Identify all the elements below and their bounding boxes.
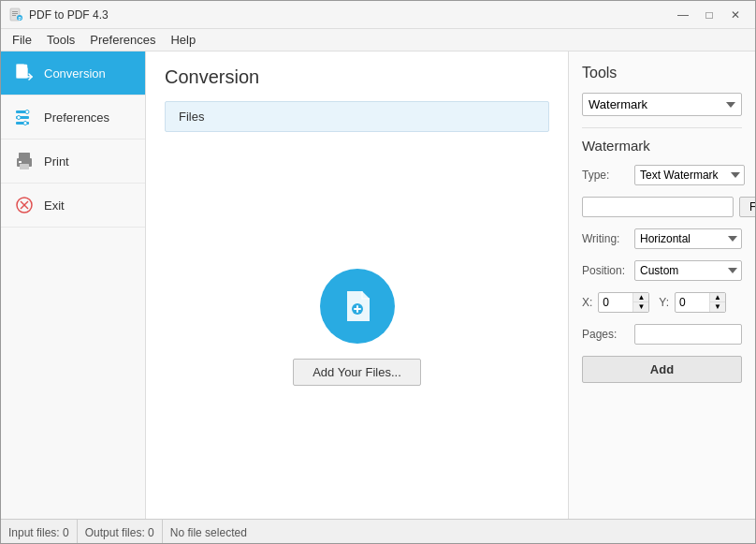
page-title: Conversion: [165, 66, 549, 88]
watermark-section-title: Watermark: [582, 127, 742, 154]
window-controls: — □ ✕: [671, 5, 748, 25]
y-label: Y:: [659, 296, 669, 309]
writing-dropdown[interactable]: Horizontal Vertical: [634, 228, 742, 249]
tools-panel: Tools Watermark Watermark Type: Text Wat…: [568, 51, 755, 519]
print-icon: [14, 151, 35, 171]
menu-tools[interactable]: Tools: [39, 31, 82, 49]
drop-zone[interactable]: Add Your Files...: [165, 151, 549, 504]
position-dropdown[interactable]: Custom Center Top Left Top Right Bottom …: [634, 260, 742, 281]
x-spin-down[interactable]: ▼: [633, 302, 648, 312]
input-files-status: Input files: 0: [8, 520, 78, 544]
y-spin-up[interactable]: ▲: [710, 293, 725, 302]
tools-dropdown[interactable]: Watermark: [582, 93, 742, 116]
prefs-icon: [14, 107, 35, 127]
y-input[interactable]: [676, 294, 709, 311]
pages-row: Pages:: [582, 324, 742, 345]
text-font-row: Font: [582, 197, 742, 217]
y-spin-down[interactable]: ▼: [710, 302, 725, 312]
sidebar: Conversion Preferences: [1, 51, 146, 519]
x-arrows: ▲ ▼: [632, 293, 648, 312]
no-file-status: No file selected: [163, 520, 254, 544]
minimize-button[interactable]: —: [671, 5, 695, 25]
svg-point-10: [25, 110, 29, 114]
close-button[interactable]: ✕: [723, 5, 748, 25]
title-bar: P PDF to PDF 4.3 — □ ✕: [1, 1, 755, 29]
menu-bar: File Tools Preferences Help: [1, 29, 755, 51]
font-button[interactable]: Font: [739, 197, 756, 217]
sidebar-conversion-label: Conversion: [44, 66, 106, 81]
position-row: Position: Custom Center Top Left Top Rig…: [582, 260, 742, 281]
app-body: Conversion Preferences: [1, 51, 755, 519]
add-button[interactable]: Add: [582, 356, 742, 383]
x-spin-up[interactable]: ▲: [633, 293, 648, 302]
menu-help[interactable]: Help: [163, 31, 203, 49]
menu-preferences[interactable]: Preferences: [82, 31, 163, 49]
writing-row: Writing: Horizontal Vertical: [582, 228, 742, 249]
content-area: Conversion Files Add Your Files...: [146, 51, 568, 519]
title-bar-left: P PDF to PDF 4.3: [8, 7, 109, 22]
svg-rect-15: [20, 164, 29, 169]
writing-label: Writing:: [582, 232, 629, 245]
svg-rect-1: [12, 11, 18, 12]
sidebar-print-label: Print: [44, 154, 69, 169]
type-row: Type: Text Watermark Image Watermark: [582, 165, 742, 185]
y-spinbox: ▲ ▼: [675, 292, 726, 313]
x-input[interactable]: [599, 294, 632, 311]
svg-point-11: [17, 116, 21, 120]
position-label: Position:: [582, 264, 629, 277]
status-bar: Input files: 0 Output files: 0 No file s…: [1, 519, 755, 544]
x-label: X:: [582, 296, 592, 309]
add-files-button[interactable]: Add Your Files...: [293, 359, 421, 386]
sidebar-item-preferences[interactable]: Preferences: [1, 96, 145, 140]
type-label: Type:: [582, 169, 629, 182]
files-section-header: Files: [165, 101, 549, 132]
svg-point-12: [23, 122, 27, 125]
x-spinbox: ▲ ▼: [598, 292, 649, 313]
svg-rect-2: [12, 13, 18, 14]
output-files-status: Output files: 0: [78, 520, 163, 544]
conversion-icon: [14, 63, 35, 83]
svg-rect-16: [19, 161, 22, 163]
exit-icon: [14, 195, 35, 215]
svg-rect-3: [12, 15, 16, 16]
xy-row: X: ▲ ▼ Y: ▲ ▼: [582, 292, 742, 313]
pages-input[interactable]: [634, 324, 742, 345]
menu-file[interactable]: File: [5, 31, 39, 49]
sidebar-item-print[interactable]: Print: [1, 140, 145, 184]
app-title: PDF to PDF 4.3: [29, 8, 109, 22]
sidebar-exit-label: Exit: [44, 198, 65, 213]
y-arrows: ▲ ▼: [709, 293, 725, 312]
sidebar-item-exit[interactable]: Exit: [1, 184, 145, 228]
sidebar-item-conversion[interactable]: Conversion: [1, 51, 145, 96]
maximize-button[interactable]: □: [697, 5, 721, 25]
app-icon: P: [8, 7, 23, 22]
watermark-text-input[interactable]: [582, 197, 734, 217]
svg-rect-13: [19, 153, 30, 159]
file-drop-icon: [320, 269, 395, 344]
type-dropdown[interactable]: Text Watermark Image Watermark: [634, 165, 745, 185]
tools-panel-title: Tools: [582, 65, 742, 81]
sidebar-preferences-label: Preferences: [44, 110, 109, 125]
pages-label: Pages:: [582, 328, 629, 341]
